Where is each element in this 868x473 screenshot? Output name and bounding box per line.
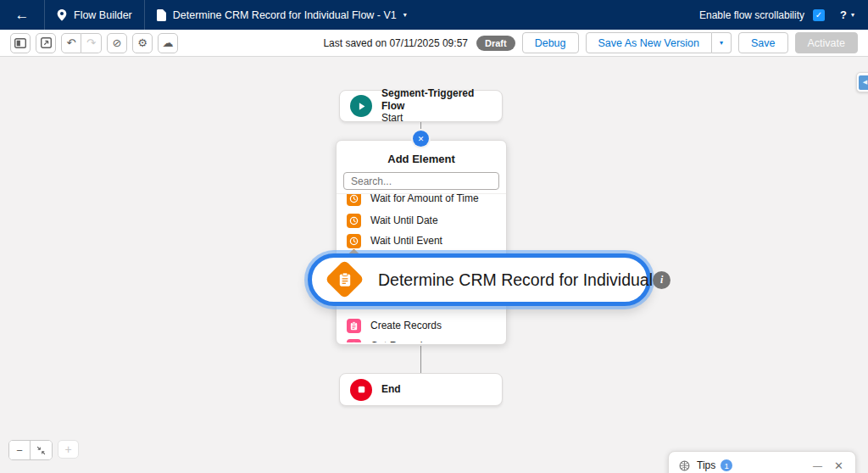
flow-builder-window: ← Flow Builder Determine CRM Record for … xyxy=(0,0,868,473)
document-icon xyxy=(157,9,166,21)
records-icon xyxy=(347,339,361,343)
panel-expand-icon: ◀ xyxy=(859,75,868,90)
chevron-down-icon: ▾ xyxy=(720,40,723,47)
list-item-wait-until-date[interactable]: Wait Until Date xyxy=(337,210,506,231)
add-element-title: Add Element xyxy=(337,153,506,165)
clock-icon xyxy=(347,214,361,228)
element-manager-button[interactable] xyxy=(36,33,56,53)
list-item-label: Create Records xyxy=(370,320,442,331)
start-node[interactable]: Segment-Triggered Flow Start xyxy=(339,90,503,122)
redo-button[interactable]: ↷ xyxy=(81,33,102,53)
list-item-label: Wait for Amount of Time xyxy=(370,193,479,204)
check-icon: ✓ xyxy=(815,10,822,19)
fit-to-view-button[interactable] xyxy=(31,441,52,459)
undo-button[interactable]: ↶ xyxy=(61,33,81,53)
plus-icon: + xyxy=(64,442,71,456)
scrollability-checkbox[interactable]: ✓ xyxy=(813,9,825,21)
close-icon: ✕ xyxy=(418,135,425,143)
toolbar-right: Last saved on 07/11/2025 09:57 Draft Deb… xyxy=(323,32,858,53)
add-element-popup: Add Element Wait for Amount of Time Wait… xyxy=(336,140,507,345)
location-pin-icon xyxy=(57,9,67,21)
debug-button[interactable]: Debug xyxy=(522,32,579,53)
clock-icon xyxy=(347,193,361,206)
zoom-out-button[interactable]: − xyxy=(9,441,31,459)
panel-toggle-icon xyxy=(14,38,26,48)
zoom-group: − xyxy=(8,440,53,460)
header-right: Enable flow scrollability ✓ ? ▾ xyxy=(699,8,868,21)
start-node-subtitle: Start xyxy=(381,112,492,124)
save-options-caret-button[interactable]: ▾ xyxy=(712,32,732,53)
tooltip-label: Determine CRM Record for Individual xyxy=(378,270,653,290)
app-header: ← Flow Builder Determine CRM Record for … xyxy=(0,0,868,30)
action-diamond-icon xyxy=(326,260,364,299)
minimize-icon: — xyxy=(813,460,822,470)
minus-icon: − xyxy=(16,444,23,457)
tips-icon xyxy=(679,460,690,471)
chevron-down-icon: ▾ xyxy=(403,12,407,19)
redo-icon: ↷ xyxy=(86,36,96,49)
save-as-new-version-button[interactable]: Save As New Version xyxy=(586,32,713,53)
info-icon[interactable]: i xyxy=(653,271,670,289)
end-node[interactable]: End xyxy=(339,373,503,406)
tips-count-badge: 1 xyxy=(721,459,732,471)
window-arrow-icon xyxy=(41,37,52,48)
tips-title: Tips xyxy=(697,459,715,471)
fit-view-icon xyxy=(36,446,46,455)
clock-icon xyxy=(347,234,361,248)
tips-panel: Tips 1 — ✕ xyxy=(668,451,856,473)
undo-icon: ↶ xyxy=(67,36,76,49)
connector-line xyxy=(420,346,422,373)
records-icon xyxy=(347,319,361,333)
element-hover-tooltip[interactable]: Determine CRM Record for Individual i xyxy=(308,253,651,306)
no-errors-icon: ⊘ xyxy=(113,36,122,49)
close-button[interactable]: ✕ xyxy=(832,459,845,472)
flow-toolbar: ↶ ↷ ⊘ ⚙ ☁ Last saved on 07/11/2025 09:57… xyxy=(0,30,868,57)
settings-button[interactable]: ⚙ xyxy=(132,33,153,53)
end-node-label: End xyxy=(381,383,401,395)
activate-button[interactable]: Activate xyxy=(795,32,858,53)
end-stop-icon xyxy=(350,379,372,401)
save-button[interactable]: Save xyxy=(738,32,788,53)
zoom-controls: − + xyxy=(8,440,79,460)
connector-close-button[interactable]: ✕ xyxy=(413,131,429,147)
list-item-wait-until-event[interactable]: Wait Until Event xyxy=(337,231,506,251)
scrollability-label: Enable flow scrollability xyxy=(699,9,804,21)
zoom-in-button[interactable]: + xyxy=(58,440,79,459)
list-item-get-records[interactable]: Get Records xyxy=(337,336,506,342)
side-panel-toggle[interactable]: ◀ xyxy=(856,72,868,92)
gear-icon: ⚙ xyxy=(137,36,147,49)
app-name-section: Flow Builder xyxy=(45,0,144,30)
run-tests-button[interactable]: ☁ xyxy=(158,33,178,53)
undo-redo-group: ↶ ↷ xyxy=(61,33,102,53)
cloud-icon: ☁ xyxy=(163,36,174,49)
help-icon: ? xyxy=(840,8,847,21)
list-item-create-records[interactable]: Create Records xyxy=(337,315,506,336)
app-name-label: Flow Builder xyxy=(74,9,132,21)
flow-title-menu[interactable]: Determine CRM Record for Individual Flow… xyxy=(145,0,419,30)
errors-button[interactable]: ⊘ xyxy=(107,33,127,53)
back-button[interactable]: ← xyxy=(0,0,44,30)
start-node-title: Segment-Triggered Flow xyxy=(381,87,492,112)
flow-canvas[interactable]: Segment-Triggered Flow Start ✕ Add Eleme… xyxy=(0,57,868,473)
status-badge: Draft xyxy=(476,36,515,51)
last-saved-text: Last saved on 07/11/2025 09:57 xyxy=(323,37,468,49)
close-icon: ✕ xyxy=(834,459,843,472)
help-menu[interactable]: ? ▾ xyxy=(840,8,854,21)
start-play-icon xyxy=(350,95,372,117)
flow-title: Determine CRM Record for Individual Flow… xyxy=(173,9,397,21)
list-item-wait-amount-of-time[interactable]: Wait for Amount of Time xyxy=(337,193,506,209)
list-item-label: Wait Until Event xyxy=(370,235,442,247)
minimize-button[interactable]: — xyxy=(808,460,827,470)
chevron-down-icon: ▾ xyxy=(851,12,854,19)
element-search-input[interactable] xyxy=(343,172,499,190)
toolbox-toggle-button[interactable] xyxy=(10,33,31,53)
list-item-label: Get Records xyxy=(370,340,427,342)
save-as-new-version-split: Save As New Version ▾ xyxy=(586,32,732,53)
toolbar-left: ↶ ↷ ⊘ ⚙ ☁ xyxy=(10,33,178,53)
back-arrow-icon: ← xyxy=(15,7,30,24)
list-item-label: Wait Until Date xyxy=(370,214,438,226)
